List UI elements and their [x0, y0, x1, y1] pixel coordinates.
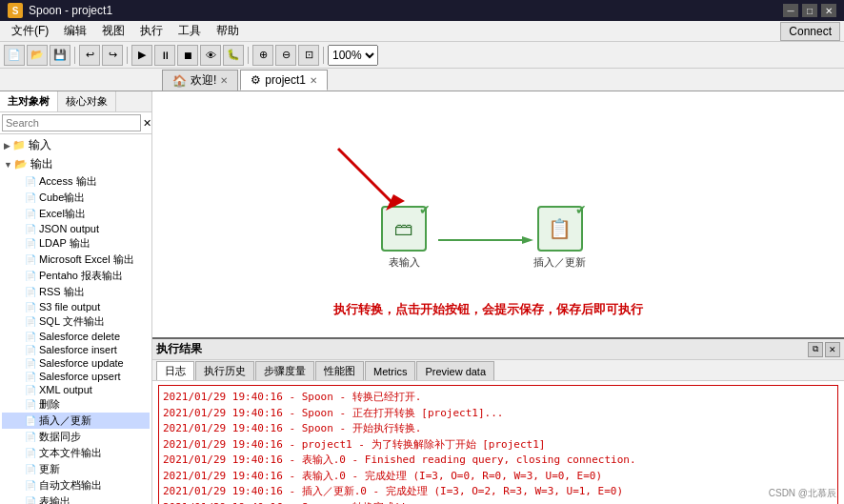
- tree-group-input-header[interactable]: ▶ 📁 输入: [2, 136, 150, 154]
- menu-run[interactable]: 执行: [132, 21, 171, 41]
- left-panel: 主对象树 核心对象 ✕ ≡ ▶ 📁 输入 ▼ 📂 输出: [0, 91, 152, 504]
- tree-item[interactable]: 📄Salesforce delete: [2, 330, 150, 343]
- annotation-text: 执行转换，点击开始按钮，会提示保存，保存后即可执行: [333, 301, 643, 318]
- menu-file[interactable]: 文件(F): [4, 21, 56, 41]
- btab-history[interactable]: 执行历史: [195, 361, 254, 380]
- save-btn[interactable]: 💾: [50, 45, 70, 66]
- tab-welcome-label: 欢迎!: [191, 72, 216, 89]
- undo-btn[interactable]: ↩: [79, 45, 100, 66]
- tree-item-icon: 📄: [25, 224, 36, 234]
- tree-item[interactable]: 📄Access 输出: [2, 173, 150, 190]
- folder-output-icon: 📂: [14, 158, 28, 171]
- close-btn[interactable]: ✕: [821, 4, 836, 17]
- step-upsert[interactable]: 📋 ✔ 插入／更新: [533, 206, 586, 270]
- new-btn[interactable]: 📄: [4, 45, 25, 66]
- tab-welcome-close[interactable]: ✕: [220, 75, 228, 86]
- toolbar-sep3: [248, 47, 249, 64]
- tree-group-input-label: 输入: [29, 137, 51, 153]
- tree-item-icon: 📄: [25, 464, 36, 474]
- tab-welcome[interactable]: 🏠 欢迎! ✕: [162, 70, 238, 91]
- menu-help[interactable]: 帮助: [209, 21, 247, 41]
- tree-item-icon: 📄: [25, 238, 36, 249]
- tree-item-icon: 📄: [25, 415, 36, 426]
- btab-metrics[interactable]: Metrics: [365, 361, 415, 380]
- toolbar-sep2: [127, 47, 128, 64]
- step-connector: [438, 232, 533, 248]
- tree-item[interactable]: 📄JSON output: [2, 222, 150, 235]
- tree-item[interactable]: 📄数据同步: [2, 429, 150, 445]
- tree-item-icon: 📄: [25, 176, 36, 187]
- tree-item[interactable]: 📄Microsoft Excel 输出: [2, 252, 150, 268]
- zoom-fit-btn[interactable]: ⊡: [298, 45, 319, 66]
- zoom-out-btn[interactable]: ⊖: [275, 45, 296, 66]
- tree-item[interactable]: 📄自动文档输出: [2, 477, 150, 494]
- zoom-in-btn[interactable]: ⊕: [252, 45, 273, 66]
- tree-item[interactable]: 📄S3 file output: [2, 300, 150, 313]
- btab-preview[interactable]: Preview data: [416, 361, 494, 380]
- tree-item[interactable]: 📄RSS 输出: [2, 284, 150, 300]
- preview-btn[interactable]: 👁: [200, 45, 221, 66]
- svg-line-2: [338, 149, 395, 206]
- run-btn[interactable]: ▶: [131, 45, 152, 66]
- tree-item[interactable]: 📄更新: [2, 461, 150, 477]
- menu-bar: 文件(F) 编辑 视图 执行 工具 帮助 Connect: [0, 21, 844, 42]
- panel-restore-btn[interactable]: ⧉: [808, 342, 823, 357]
- arrow-input: ▶: [4, 141, 10, 151]
- maximize-btn[interactable]: □: [802, 4, 817, 17]
- tree-group-output-header[interactable]: ▼ 📂 输出: [2, 155, 150, 173]
- panel-maximize-btn[interactable]: ✕: [825, 342, 840, 357]
- step-upsert-icon: 📋 ✔: [537, 206, 583, 252]
- toolbar: 📄 📂 💾 ↩ ↪ ▶ ⏸ ⏹ 👁 🐛 ⊕ ⊖ ⊡ 100% 75% 50% 1…: [0, 42, 844, 69]
- log-line-4: 2021/01/29 19:40:16 - 表输入.0 - Finished r…: [163, 453, 834, 469]
- tree-item-icon: 📄: [25, 254, 36, 265]
- tree-item[interactable]: 📄插入／更新: [2, 413, 150, 429]
- svg-marker-1: [522, 236, 533, 244]
- folder-input-icon: 📁: [12, 139, 26, 151]
- tree-item[interactable]: 📄Salesforce update: [2, 356, 150, 370]
- tree-item[interactable]: 📄Salesforce insert: [2, 343, 150, 356]
- step-check2: ✔: [575, 202, 587, 217]
- btab-step-metrics[interactable]: 步骤度量: [255, 361, 314, 380]
- menu-view[interactable]: 视图: [94, 21, 132, 41]
- tab-project1-label: project1: [265, 73, 306, 87]
- tree-item[interactable]: 📄Salesforce upsert: [2, 370, 150, 383]
- connect-button[interactable]: Connect: [780, 22, 840, 41]
- redo-btn[interactable]: ↪: [102, 45, 123, 66]
- tab-project1[interactable]: ⚙ project1 ✕: [240, 70, 328, 91]
- panel-tab-core[interactable]: 核心对象: [58, 91, 116, 111]
- tree-item-icon: 📄: [25, 358, 36, 369]
- search-clear-btn[interactable]: ✕: [143, 114, 151, 131]
- svg-marker-3: [386, 194, 405, 211]
- zoom-select[interactable]: 100% 75% 50% 125%: [328, 45, 378, 66]
- tree-item[interactable]: 📄表输出: [2, 494, 150, 504]
- tree-item[interactable]: 📄LDAP 输出: [2, 235, 150, 252]
- tab-project1-close[interactable]: ✕: [310, 75, 317, 86]
- tree-item[interactable]: 📄Excel输出: [2, 206, 150, 222]
- tree-group-output: ▼ 📂 输出 📄Access 输出📄Cube输出📄Excel输出📄JSON ou…: [2, 155, 150, 504]
- panel-tab-main[interactable]: 主对象树: [0, 91, 58, 111]
- tab-welcome-icon: 🏠: [172, 74, 187, 88]
- btab-perf[interactable]: 性能图: [315, 361, 364, 380]
- tree-item-icon: 📄: [25, 432, 36, 442]
- log-container: 2021/01/29 19:40:16 - Spoon - 转换已经打开. 20…: [158, 385, 838, 504]
- minimize-btn[interactable]: ─: [783, 4, 798, 17]
- search-input[interactable]: [2, 114, 141, 131]
- tree-item[interactable]: 📄SQL 文件输出: [2, 313, 150, 330]
- tree-item[interactable]: 📄删除: [2, 396, 150, 413]
- tree-item[interactable]: 📄XML output: [2, 383, 150, 396]
- open-btn[interactable]: 📂: [27, 45, 48, 66]
- menu-tools[interactable]: 工具: [171, 21, 209, 41]
- debug-btn[interactable]: 🐛: [223, 45, 244, 66]
- output-items: 📄Access 输出📄Cube输出📄Excel输出📄JSON output📄LD…: [2, 173, 150, 504]
- log-line-5: 2021/01/29 19:40:16 - 表输入.0 - 完成处理 (I=3,…: [163, 469, 834, 485]
- watermark: CSDN @北慕辰: [769, 487, 836, 500]
- btab-log[interactable]: 日志: [156, 361, 194, 380]
- pause-btn[interactable]: ⏸: [154, 45, 175, 66]
- tab-row: 🏠 欢迎! ✕ ⚙ project1 ✕: [0, 69, 844, 91]
- stop-btn[interactable]: ⏹: [177, 45, 198, 66]
- tree-item[interactable]: 📄Cube输出: [2, 190, 150, 206]
- menu-edit[interactable]: 编辑: [56, 21, 94, 41]
- tree-item[interactable]: 📄Pentaho 报表输出: [2, 268, 150, 284]
- tree-item[interactable]: 📄文本文件输出: [2, 445, 150, 461]
- tree-group-input: ▶ 📁 输入: [2, 136, 150, 154]
